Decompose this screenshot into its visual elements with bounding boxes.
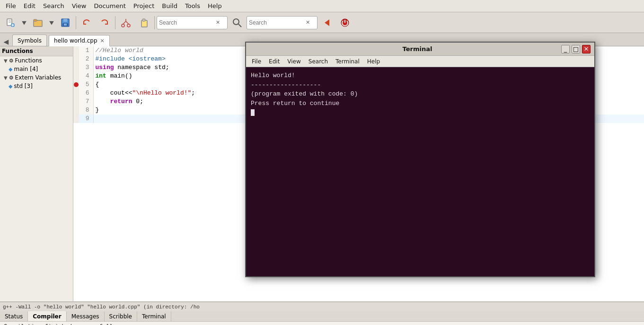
prev-button[interactable] xyxy=(318,14,335,31)
search-box-1[interactable]: ✕ xyxy=(157,16,228,29)
open-file-dropdown[interactable] xyxy=(47,14,56,31)
terminal-close-button[interactable]: ✕ xyxy=(582,45,591,53)
sidebar-item-functions[interactable]: ▼ ⚙ Functions xyxy=(0,56,73,65)
line-number: 6 xyxy=(79,89,93,97)
new-file-dropdown[interactable] xyxy=(20,14,28,31)
terminal-line-4: (program exited with code: 0) xyxy=(251,89,590,99)
breakpoint-gutter xyxy=(73,97,79,106)
terminal-menu-view[interactable]: View xyxy=(283,57,304,66)
menu-tools[interactable]: Tools xyxy=(181,1,204,10)
line-number: 1 xyxy=(79,46,93,55)
svg-rect-13 xyxy=(64,24,67,26)
redo-button[interactable] xyxy=(96,14,113,31)
functions-icon: ⚙ xyxy=(9,58,14,64)
line-number: 2 xyxy=(79,55,93,63)
open-file-button[interactable] xyxy=(29,14,46,31)
line-number: 3 xyxy=(79,63,93,72)
compiler-tab-compiler[interactable]: Compiler xyxy=(28,311,66,321)
terminal-cursor xyxy=(251,109,255,116)
svg-marker-6 xyxy=(22,21,26,25)
sidebar: Functions ▼ ⚙ Functions ◆ main [4] ▼ ⚙ E… xyxy=(0,46,73,301)
file-tab[interactable]: hello world.cpp ✕ xyxy=(49,35,110,46)
terminal-menu-search[interactable]: Search xyxy=(305,57,332,66)
search-clear-2[interactable]: ✕ xyxy=(306,19,310,26)
breakpoint-gutter xyxy=(73,72,79,80)
svg-rect-20 xyxy=(142,19,145,21)
compiler-tab-scribble[interactable]: Scribble xyxy=(105,311,137,321)
svg-line-16 xyxy=(123,21,126,24)
breakpoint-gutter xyxy=(73,63,79,72)
breakpoint-gutter xyxy=(73,80,79,89)
svg-line-17 xyxy=(126,21,129,24)
menu-project[interactable]: Project xyxy=(130,1,158,10)
std-icon: ◆ xyxy=(9,83,12,89)
extern-icon: ⚙ xyxy=(9,75,14,81)
terminal-titlebar: Terminal _ □ ✕ xyxy=(246,43,594,56)
menu-file[interactable]: File xyxy=(2,1,20,10)
svg-rect-11 xyxy=(63,19,67,22)
svg-line-22 xyxy=(238,24,241,27)
toolbar-separator-1 xyxy=(76,16,76,29)
svg-marker-9 xyxy=(49,21,54,25)
compiler-tab-messages[interactable]: Messages xyxy=(67,311,105,321)
compiler-area: g++ -Wall -o "hello world" "hello world.… xyxy=(0,301,644,325)
compiler-tab-status[interactable]: Status xyxy=(0,311,28,321)
terminal-menubar: File Edit View Search Terminal Help xyxy=(246,56,594,67)
terminal-line-1: Hello world! xyxy=(251,71,590,80)
menu-search[interactable]: Search xyxy=(39,1,68,10)
compiler-tabs: Status Compiler Messages Scribble Termin… xyxy=(0,311,644,322)
compile-status-bar: g++ -Wall -o "hello world" "hello world.… xyxy=(0,302,644,311)
sidebar-item-extern-vars[interactable]: ▼ ⚙ Extern Variables xyxy=(0,73,73,82)
compiler-content: Compilation finished successfully. xyxy=(0,322,644,325)
menu-view[interactable]: View xyxy=(68,1,90,10)
search-clear-1[interactable]: ✕ xyxy=(216,19,220,26)
main-label: main [4] xyxy=(14,66,38,72)
menu-document[interactable]: Document xyxy=(90,1,129,10)
terminal-title: Terminal xyxy=(273,45,561,53)
functions-arrow: ▼ xyxy=(4,58,8,63)
menubar: File Edit Search View Document Project B… xyxy=(0,0,644,12)
search-box-2[interactable]: ✕ xyxy=(247,16,318,29)
menu-build[interactable]: Build xyxy=(158,1,181,10)
tab-close-button[interactable]: ✕ xyxy=(100,38,105,44)
terminal-body[interactable]: Hello world! ------------------- (progra… xyxy=(246,67,594,276)
breakpoint-gutter xyxy=(73,114,79,123)
svg-point-21 xyxy=(233,19,239,25)
line-number: 9 xyxy=(79,114,93,123)
undo-button[interactable] xyxy=(78,14,95,31)
terminal-minimize-button[interactable]: _ xyxy=(561,45,570,53)
paste-button[interactable] xyxy=(135,14,152,31)
terminal-menu-help[interactable]: Help xyxy=(363,57,384,66)
terminal-menu-terminal[interactable]: Terminal xyxy=(332,57,363,66)
search-button-1[interactable] xyxy=(229,14,246,31)
search-input-2[interactable] xyxy=(249,19,306,26)
terminal-maximize-button[interactable]: □ xyxy=(572,45,580,53)
functions-label: Functions xyxy=(15,57,42,64)
sidebar-item-std[interactable]: ◆ std [3] xyxy=(0,82,73,90)
std-label: std [3] xyxy=(14,83,32,89)
toolbar: ✕ ✕ xyxy=(0,12,644,33)
terminal-menu-file[interactable]: File xyxy=(248,57,265,66)
line-number: 8 xyxy=(79,106,93,114)
cut-button[interactable] xyxy=(117,14,134,31)
search-input-1[interactable] xyxy=(159,19,216,26)
symbols-tab[interactable]: Symbols xyxy=(12,35,47,46)
new-file-button[interactable] xyxy=(2,14,19,31)
compiler-tab-terminal[interactable]: Terminal xyxy=(137,311,171,321)
svg-point-15 xyxy=(127,24,130,27)
terminal-controls: _ □ ✕ xyxy=(561,45,591,53)
terminal-window: Terminal _ □ ✕ File Edit View Search Ter… xyxy=(245,42,595,277)
save-button[interactable] xyxy=(57,14,74,31)
terminal-menu-edit[interactable]: Edit xyxy=(265,57,283,66)
menu-edit[interactable]: Edit xyxy=(20,1,39,10)
sidebar-item-main[interactable]: ◆ main [4] xyxy=(0,65,73,73)
menu-help[interactable]: Help xyxy=(204,1,226,10)
compile-status-text: g++ -Wall -o "hello world" "hello world.… xyxy=(3,304,200,310)
breakpoint-gutter xyxy=(73,55,79,63)
line-number: 7 xyxy=(79,97,93,106)
sidebar-collapse-button[interactable]: ◀ xyxy=(2,37,10,46)
breakpoint-gutter xyxy=(73,46,79,55)
main-icon: ◆ xyxy=(9,66,12,72)
stop-button[interactable] xyxy=(336,14,353,31)
file-tab-label: hello world.cpp xyxy=(54,37,97,44)
